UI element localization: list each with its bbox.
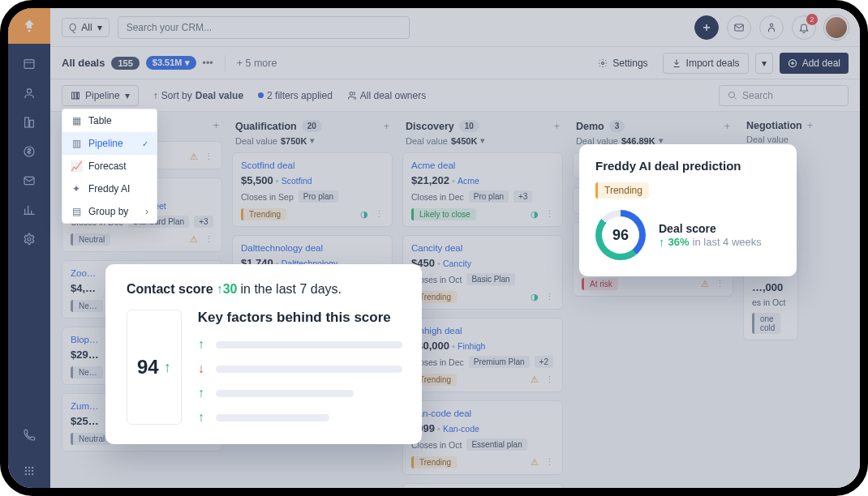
import-button[interactable]: Import deals — [663, 53, 749, 74]
add-card-icon[interactable]: + — [554, 121, 560, 132]
add-card-icon[interactable]: + — [384, 121, 389, 132]
warning-icon[interactable]: ⚠ — [701, 279, 709, 289]
svg-point-14 — [25, 473, 27, 475]
rail-phone-icon[interactable] — [20, 426, 38, 444]
rail-accounts-icon[interactable] — [20, 113, 38, 131]
deal-card[interactable]: Acme deal $21,202 • Acme Closes in DecPr… — [402, 152, 563, 227]
svg-point-8 — [25, 467, 27, 468]
view-dropdown-menu: ▦Table ▥Pipeline✓ 📈Forecast ✦Freddy AI ▤… — [62, 109, 157, 224]
contact-score-value: 94 ↑ — [127, 310, 182, 425]
card-menu-icon[interactable]: ⋮ — [375, 209, 384, 220]
view-option-forecast[interactable]: 📈Forecast — [62, 155, 157, 177]
search-input[interactable]: Search your CRM... — [118, 16, 410, 39]
svg-point-16 — [32, 473, 33, 475]
scope-dropdown[interactable]: QAll▾ — [62, 18, 110, 37]
card-menu-icon[interactable]: ⋮ — [793, 319, 798, 329]
deal-card[interactable]: Cancity deal $450 • Cancity Closes in Oc… — [402, 235, 563, 310]
deal-card[interactable]: Finhigh deal $40,000 • Finhigh Closes in… — [402, 318, 563, 392]
page-title: All deals — [62, 57, 105, 69]
ai-icon[interactable]: ◑ — [531, 209, 539, 220]
ai-prediction-popover: Freddy AI deal prediction Trending 96 De… — [579, 144, 797, 276]
deal-card[interactable]: Scotfind deal $5,500 • Scotfind Closes i… — [232, 152, 393, 227]
svg-point-13 — [32, 470, 33, 472]
owners-button[interactable]: All deal owners — [347, 90, 426, 101]
trending-tag: Trending — [595, 182, 649, 199]
add-card-icon[interactable]: + — [213, 120, 219, 131]
svg-point-0 — [28, 30, 31, 32]
popover-title: Freddy AI deal prediction — [595, 159, 780, 173]
deal-card[interactable]: Kan-code deal $999 • Kan-code Closes in … — [402, 400, 563, 475]
rail-apps-icon[interactable] — [20, 462, 38, 480]
contact-score-popover: Contact score ↑30 in the last 7 days. 94… — [105, 264, 422, 444]
sort-button[interactable]: ↑ Sort by Deal value — [153, 90, 243, 101]
deal-score-label: Deal score — [659, 222, 762, 235]
svg-point-24 — [729, 92, 735, 97]
add-card-icon[interactable]: + — [724, 121, 730, 132]
more-menu[interactable]: ••• — [203, 58, 213, 69]
svg-rect-1 — [24, 60, 34, 69]
svg-point-12 — [28, 470, 30, 472]
notification-icon[interactable]: 2 — [792, 15, 816, 40]
deal-score-delta: ↑36% in last 4 weeks — [659, 235, 762, 249]
mail-icon[interactable] — [727, 15, 751, 40]
value-chip[interactable]: $3.51M ▾ — [146, 56, 196, 70]
filterbar: Pipeline▾ ↑ Sort by Deal value 2 filters… — [50, 79, 860, 112]
column: Discovery10+Deal value $450K ▾ Acme deal… — [397, 112, 568, 488]
topbar: QAll▾ Search your CRM... 2 — [50, 8, 860, 47]
view-option-freddy[interactable]: ✦Freddy AI — [62, 177, 157, 200]
svg-point-18 — [770, 24, 773, 26]
svg-point-7 — [28, 237, 31, 241]
svg-point-9 — [28, 467, 30, 468]
warning-icon[interactable]: ⚠ — [190, 234, 198, 245]
rail-settings-icon[interactable] — [20, 230, 38, 248]
score-ring: 96 — [595, 210, 646, 260]
svg-point-2 — [27, 89, 31, 93]
add-card-icon[interactable]: + — [807, 120, 813, 131]
warning-icon[interactable]: ⚠ — [531, 374, 539, 385]
svg-rect-21 — [72, 92, 75, 99]
svg-rect-22 — [75, 92, 77, 99]
svg-rect-23 — [78, 92, 79, 99]
view-dropdown[interactable]: Pipeline▾ — [62, 85, 139, 106]
rail-mail-icon[interactable] — [20, 172, 38, 190]
subheader: All deals 155 $3.51M ▾ ••• + 5 more Sett… — [50, 47, 860, 79]
svg-rect-3 — [25, 118, 29, 127]
card-menu-icon[interactable]: ⋮ — [545, 374, 554, 385]
nav-rail — [8, 8, 50, 488]
svg-point-19 — [602, 62, 604, 64]
contact-score-headline: Contact score ↑30 in the last 7 days. — [127, 282, 401, 297]
card-menu-icon[interactable]: ⋮ — [545, 209, 554, 220]
warning-icon[interactable]: ⚠ — [531, 457, 539, 468]
svg-point-15 — [28, 473, 30, 475]
ai-icon[interactable]: ◑ — [360, 209, 368, 220]
key-factors-title: Key factors behind this score — [198, 310, 402, 326]
card-menu-icon[interactable]: ⋮ — [545, 457, 554, 468]
count-chip: 155 — [111, 57, 139, 70]
ai-icon[interactable]: ◑ — [531, 292, 539, 302]
add-deal-button[interactable]: Add deal — [780, 53, 849, 74]
rail-deals-icon[interactable] — [20, 143, 38, 160]
card-menu-icon[interactable]: ⋮ — [545, 292, 554, 302]
card-menu-icon[interactable]: ⋮ — [204, 234, 213, 245]
settings-button[interactable]: Settings — [590, 53, 655, 73]
card-menu-icon[interactable]: ⋮ — [204, 152, 213, 162]
warning-icon[interactable]: ⚠ — [190, 152, 198, 162]
agent-icon[interactable] — [759, 15, 784, 40]
import-dropdown[interactable]: ▾ — [755, 53, 773, 74]
board-search-input[interactable]: Search — [719, 85, 849, 106]
rail-home-icon[interactable] — [20, 55, 38, 73]
key-factors-list: ↑ ↓ ↑ ↑ — [198, 337, 402, 425]
more-button[interactable]: + 5 more — [237, 58, 277, 69]
view-option-table[interactable]: ▦Table — [62, 109, 157, 132]
card-menu-icon[interactable]: ⋮ — [715, 279, 724, 289]
rail-reports-icon[interactable] — [20, 201, 38, 219]
deal-card[interactable]: Blackzim deal $20,000 • Blackzim Closes … — [402, 483, 563, 488]
svg-rect-4 — [30, 120, 34, 127]
svg-point-11 — [25, 470, 27, 472]
add-button[interactable] — [694, 15, 719, 40]
view-option-pipeline[interactable]: ▥Pipeline✓ — [62, 132, 157, 155]
view-option-groupby[interactable]: ▤Group by› — [62, 200, 157, 223]
rail-contacts-icon[interactable] — [20, 84, 38, 102]
filters-button[interactable]: 2 filters applied — [258, 90, 333, 101]
avatar[interactable] — [824, 15, 849, 40]
